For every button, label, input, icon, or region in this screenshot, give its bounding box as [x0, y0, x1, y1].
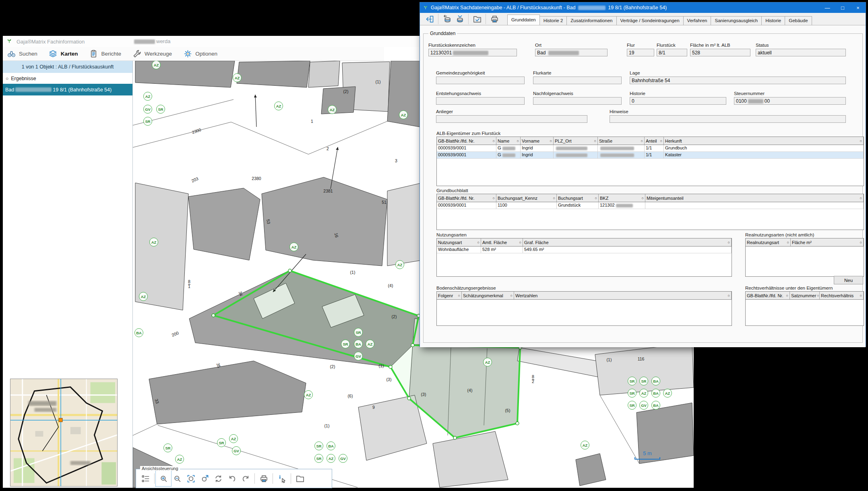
table-row[interactable]: 0000939/0001GIngrid1/1Kataster [437, 152, 864, 159]
status-field[interactable]: aktuell [756, 49, 846, 56]
column-header[interactable]: PLZ_Ort○ [554, 137, 598, 145]
sort-icon[interactable]: ○ [727, 294, 730, 298]
realnutzungsarten-table[interactable]: Realnutzungsart○Fläche m²○ [745, 238, 864, 277]
folder-icon[interactable] [293, 472, 307, 485]
table-row[interactable]: 0000939/0001GIngrid1/1Grundbuch [437, 145, 864, 152]
sort-icon[interactable]: ○ [552, 196, 555, 200]
table-row[interactable]: Wohnbaufläche528 m²549.65 m² [437, 247, 732, 253]
sidebar-item-ergebnisse[interactable]: ○ Ergebnisse [3, 73, 132, 84]
tab-zusatzinformationen[interactable]: Zusatzinformationen [566, 16, 616, 25]
sort-icon[interactable]: ○ [641, 196, 644, 200]
print-icon[interactable] [257, 472, 271, 485]
table-row[interactable]: 0000939/00011100Grundstück121302 [437, 202, 864, 209]
sort-icon[interactable]: ○ [510, 294, 513, 298]
gemeindezugehoerigkeit-field[interactable] [436, 77, 525, 84]
zoom-out-icon[interactable] [170, 472, 184, 485]
legend-icon[interactable] [138, 472, 152, 485]
zoom-window-icon[interactable] [184, 472, 198, 485]
neu-button[interactable]: Neu [834, 276, 863, 284]
sort-icon[interactable]: ○ [492, 196, 495, 200]
overview-minimap[interactable] [10, 379, 118, 487]
steuernummer-field[interactable]: 010000 [734, 97, 846, 105]
sort-icon[interactable]: ○ [859, 294, 862, 298]
refresh-icon[interactable] [211, 472, 225, 485]
sort-icon[interactable]: ○ [859, 196, 862, 200]
sort-icon[interactable]: ○ [659, 139, 662, 143]
flurkarte-field[interactable] [533, 77, 622, 84]
sort-icon[interactable]: ○ [785, 294, 788, 298]
column-header[interactable]: Nutzungsart○ [437, 238, 481, 246]
toolbar-item-optionen[interactable]: Optionen [182, 49, 217, 59]
sort-icon[interactable]: ○ [477, 240, 479, 244]
tab-sanierungsausgleich[interactable]: Sanierungsausgleich [711, 16, 762, 25]
sort-icon[interactable]: ○ [492, 139, 495, 143]
flaeche-field[interactable]: 528 [690, 49, 750, 56]
column-header[interactable]: Name○ [496, 137, 521, 145]
sort-icon[interactable]: ○ [457, 294, 460, 298]
column-header[interactable]: GB-BlattNr./lfd. Nr.○ [437, 194, 496, 202]
redo-icon[interactable] [239, 472, 252, 485]
grundbuchblatt-table[interactable]: GB-BlattNr./lfd. Nr.○Buchungsart_Kennz○B… [436, 194, 864, 230]
exit-icon[interactable] [423, 13, 436, 25]
sort-icon[interactable]: ○ [519, 240, 521, 244]
toolbar-item-werkzeuge[interactable]: Werkzeuge [132, 49, 172, 59]
zoom-in-icon[interactable] [157, 472, 170, 485]
flurstueckskennzeichen-field[interactable]: 12130201 [428, 49, 517, 56]
tab-historie[interactable]: Historie [761, 16, 785, 25]
flurstueck-field[interactable]: 8/1 [657, 49, 687, 56]
toolbar-item-karten[interactable]: Karten [48, 49, 78, 59]
sidebar-item-selected-parcel[interactable]: Bad 19 8/1 (Bahnhofstraße 54) [3, 84, 132, 95]
column-header[interactable]: Miteigentumsanteil○ [645, 194, 864, 202]
column-header[interactable]: Vorname○ [521, 137, 554, 145]
column-header[interactable]: Folgenr○ [437, 292, 462, 299]
column-header[interactable]: Wertzahlen○ [514, 292, 732, 299]
toolbar-item-suchen[interactable]: Suchen [6, 49, 37, 59]
undo-icon[interactable] [225, 472, 239, 485]
tab-vertr-ge-sondeintragungen[interactable]: Verträge / Sondeintragungen [616, 16, 684, 25]
column-header[interactable]: Schätzungsmerkmal○ [462, 292, 514, 299]
close-button[interactable]: × [850, 2, 866, 13]
minimize-button[interactable]: — [820, 2, 835, 13]
hinweise-field[interactable] [610, 115, 846, 123]
column-header[interactable]: GB-BlattNr./lfd. Nr.○ [437, 137, 496, 145]
anlieger-field[interactable] [436, 115, 587, 123]
historie-field[interactable]: 0 [630, 97, 726, 105]
sort-icon[interactable]: ○ [859, 139, 862, 143]
nutzungsarten-table[interactable]: Nutzungsart○Amtl. Fläche○Graf. Fläche○Wo… [436, 238, 732, 277]
column-header[interactable]: Rechtsverhältnis○ [820, 292, 864, 299]
column-header[interactable]: Satznummer○ [790, 292, 820, 299]
maximize-button[interactable]: □ [835, 2, 850, 13]
tab-grunddaten[interactable]: Grunddaten [507, 15, 540, 25]
column-header[interactable]: BKZ○ [599, 194, 645, 202]
db-save-icon[interactable] [453, 13, 466, 25]
tab-geb-ude[interactable]: Gebäude [785, 16, 812, 25]
nachfolgenachweis-field[interactable] [533, 97, 622, 105]
sort-icon[interactable]: ○ [859, 240, 862, 244]
rechtsverhaeltnisse-table[interactable]: GB-BlattNr./lfd. Nr.○Satznummer○Rechtsve… [745, 291, 864, 326]
alb-owners-table[interactable]: GB-BlattNr./lfd. Nr.○Name○Vorname○PLZ_Or… [436, 137, 864, 186]
column-header[interactable]: Buchungsart○ [557, 194, 599, 202]
bodenschaetzung-table[interactable]: Folgenr○Schätzungsmerkmal○Wertzahlen○ [436, 291, 732, 326]
column-header[interactable]: Straße○ [598, 137, 645, 145]
sort-icon[interactable]: ○ [816, 294, 819, 298]
sort-icon[interactable]: ○ [786, 240, 789, 244]
column-header[interactable]: Buchungsart_Kennz○ [496, 194, 557, 202]
dialog-titlebar[interactable]: Gaja®Matrix Sachdateneingabe - ALB / Flu… [420, 2, 866, 13]
flur-field[interactable]: 19 [627, 49, 654, 56]
print-icon[interactable] [488, 13, 501, 25]
sort-icon[interactable]: ○ [516, 139, 519, 143]
column-header[interactable]: Amtl. Fläche○ [481, 238, 523, 246]
sort-icon[interactable]: ○ [640, 139, 643, 143]
tab-historie-2[interactable]: Historie 2 [539, 16, 567, 25]
tab-verfahren[interactable]: Verfahren [683, 16, 711, 25]
sort-icon[interactable]: ○ [593, 139, 596, 143]
db-load-icon[interactable] [440, 13, 453, 25]
sort-icon[interactable]: ○ [727, 240, 730, 244]
column-header[interactable]: Herkunft○ [664, 137, 864, 145]
column-header[interactable]: GB-BlattNr./lfd. Nr.○ [746, 292, 790, 299]
ort-field[interactable]: Bad [535, 49, 608, 56]
toolbar-item-berichte[interactable]: Berichte [89, 49, 122, 59]
column-header[interactable]: Graf. Fläche○ [523, 238, 732, 246]
column-header[interactable]: Anteil○ [645, 137, 664, 145]
sort-icon[interactable]: ○ [549, 139, 552, 143]
